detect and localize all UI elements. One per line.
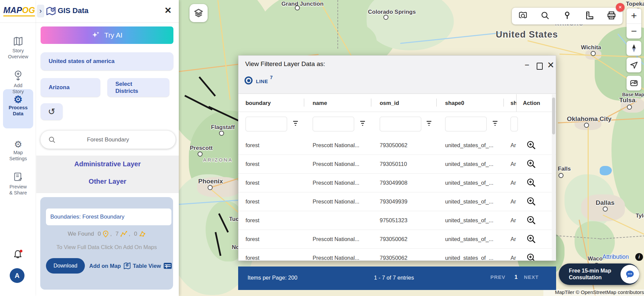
zoom-to-feature-button[interactable] — [526, 215, 536, 225]
sidebar-item-map-settings[interactable]: ⚙ Map Settings — [0, 139, 36, 162]
dialog-header[interactable]: View Filtered Layer Data as: − ✕ LINE 7 — [238, 56, 556, 94]
filter-input-shape0[interactable] — [445, 117, 487, 131]
other-layer-link[interactable]: Other Layer — [36, 178, 179, 185]
column-header-sh[interactable]: sh — [511, 94, 516, 112]
base-map-button[interactable] — [627, 76, 641, 91]
attribution-link[interactable]: Attribution — [602, 253, 629, 260]
zoom-out-button[interactable]: − — [627, 24, 641, 39]
country-select[interactable]: United states of america — [41, 52, 173, 70]
filter-icon[interactable] — [426, 120, 432, 126]
city-marker — [603, 206, 608, 212]
dialog-close-button[interactable]: ✕ — [547, 61, 554, 69]
prev-page-button[interactable]: PREV — [490, 274, 505, 280]
search-button[interactable] — [540, 11, 550, 21]
table-view-button[interactable]: Table View — [133, 258, 172, 274]
cell-shape0: united_states_of_... — [445, 155, 493, 173]
filtered-layer-dialog: View Filtered Layer Data as: − ✕ LINE 7 … — [238, 55, 556, 261]
scrollbar-thumb[interactable] — [552, 98, 555, 134]
current-page[interactable]: 1 — [515, 274, 518, 280]
ruler-icon — [585, 11, 594, 20]
sidebar-item-preview-share[interactable]: Preview & Share — [0, 172, 36, 196]
table-row[interactable]: forest Prescott National... 793050062 un… — [238, 248, 556, 260]
map-label-oklahoma-city: Oklahoma City — [567, 115, 611, 123]
chat-bubble-circle — [621, 265, 639, 284]
print-button[interactable] — [607, 11, 616, 21]
notifications-bell[interactable] — [13, 249, 23, 261]
column-header-name[interactable]: name — [313, 94, 327, 112]
next-page-button[interactable]: NEXT — [524, 274, 539, 280]
maximize-button[interactable] — [537, 63, 543, 70]
layers-button[interactable] — [190, 4, 208, 22]
printer-icon — [607, 11, 616, 20]
table-row[interactable]: forest 975051323 united_states_of_... Ar — [238, 211, 556, 230]
try-ai-button[interactable]: Try AI — [41, 26, 173, 44]
table-row[interactable]: forest Prescott National... 793050110 un… — [238, 155, 556, 174]
map-label-prescott: Prescott — [190, 145, 213, 152]
district-select[interactable]: Select Districts — [107, 78, 169, 97]
table-row[interactable]: forest Prescott National... 793050062 un… — [238, 230, 556, 249]
sidebar-item-story-overview[interactable]: Story Overview — [0, 37, 36, 60]
filter-row — [238, 112, 556, 136]
avatar[interactable]: A — [10, 268, 24, 283]
zoom-in-button[interactable]: + — [627, 8, 641, 24]
collapse-panel-button[interactable]: › — [37, 5, 44, 17]
consultation-chat-button[interactable]: Free 15-min Map Consultation — [559, 263, 639, 285]
state-select[interactable]: Arizona — [41, 78, 100, 97]
filter-icon[interactable] — [292, 120, 299, 126]
cell-name: Prescott National... — [313, 248, 359, 260]
zoom-to-feature-button[interactable] — [526, 178, 536, 188]
nav-label: Overview — [8, 54, 28, 59]
download-button[interactable]: Download — [46, 258, 85, 274]
table-scrollbar[interactable] — [552, 94, 555, 260]
zoom-to-feature-button[interactable] — [526, 140, 536, 150]
table-row[interactable]: forest Prescott National... 793049939 un… — [238, 192, 556, 211]
administrative-layer-link[interactable]: Administrative Layer — [36, 160, 179, 168]
info-icon[interactable]: i — [635, 253, 643, 261]
map-credits[interactable]: MapTiler © OpenStreetMap contributors — [543, 289, 644, 296]
filter-input-sh[interactable] — [511, 117, 518, 131]
zoom-to-feature-button[interactable] — [526, 253, 536, 260]
undo-button[interactable]: ↺ — [41, 103, 63, 120]
column-header-boundary[interactable]: boundary — [246, 94, 271, 112]
line-radio[interactable] — [245, 76, 253, 84]
city-marker — [295, 5, 300, 10]
cell-sh: Ar — [511, 211, 516, 230]
sparkles-icon — [92, 31, 100, 40]
close-toolbar-badge[interactable]: ✕ — [616, 3, 625, 12]
table-row[interactable]: forest Prescott National... 793049908 un… — [238, 173, 556, 192]
sidebar: MAPOG Story Overview Add Story ⚙ Process… — [0, 0, 37, 296]
lake — [600, 166, 612, 175]
found-summary: We Found 0 , 7 , 0 — [40, 231, 173, 237]
locate-button[interactable] — [627, 58, 641, 72]
filter-icon[interactable] — [492, 120, 498, 126]
mapog-logo[interactable]: MAPOG — [3, 5, 35, 16]
add-on-map-button[interactable]: Add on Map — [89, 258, 131, 274]
layer-search-box[interactable]: Forest Boundary — [40, 130, 176, 149]
cell-shape0: united_states_of_... — [445, 211, 493, 230]
close-panel-button[interactable]: ✕ — [164, 5, 172, 16]
zoom-to-feature-button[interactable] — [526, 159, 536, 169]
gis-data-panel: › GIS Data ✕ Try AI United states of ame… — [36, 0, 179, 296]
sidebar-item-process-data[interactable]: ⚙ Process Data — [0, 95, 36, 117]
map-label-flagstaff: Flagstaff — [211, 124, 235, 131]
filter-input-osm-id[interactable] — [380, 117, 421, 131]
table-row[interactable]: forest Prescott National... 793050062 un… — [238, 136, 556, 155]
sidebar-item-add-story[interactable]: Add Story — [0, 70, 36, 95]
cell-boundary: forest — [246, 173, 259, 192]
column-header-shape0[interactable]: shape0 — [445, 94, 464, 112]
items-per-page[interactable]: Items per Page: 200 — [248, 275, 298, 281]
cell-boundary: forest — [246, 211, 259, 230]
compass-button[interactable] — [627, 41, 641, 56]
map-inspect-button[interactable] — [518, 11, 528, 21]
zoom-to-feature-button[interactable] — [526, 196, 536, 206]
column-header-osm-id[interactable]: osm_id — [380, 94, 399, 112]
cell-name: Prescott National... — [313, 155, 359, 173]
zoom-to-feature-button[interactable] — [526, 234, 536, 244]
filter-input-name[interactable] — [313, 117, 354, 131]
location-button[interactable] — [562, 11, 572, 21]
filter-input-boundary[interactable] — [246, 117, 287, 131]
minimize-button[interactable]: − — [525, 61, 529, 69]
base-map-icon — [630, 79, 638, 87]
measure-button[interactable] — [585, 11, 594, 21]
filter-icon[interactable] — [359, 120, 366, 126]
